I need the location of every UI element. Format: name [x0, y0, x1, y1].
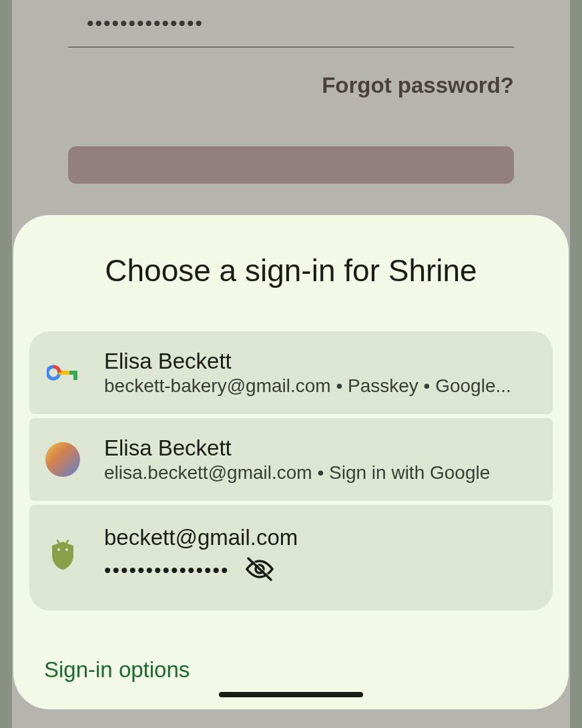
credential-item-password[interactable]: beckett@gmail.com •••••••••••••••	[29, 505, 553, 610]
svg-line-6	[66, 540, 68, 544]
credential-name: Elisa Beckett	[104, 349, 535, 374]
android-icon	[45, 538, 80, 572]
visibility-off-icon[interactable]	[244, 556, 275, 585]
avatar-icon	[45, 442, 80, 477]
credential-name: beckett@gmail.com	[104, 525, 535, 550]
signin-options-link[interactable]: Sign-in options	[44, 657, 190, 683]
credential-item-google[interactable]: Elisa Beckett elisa.beckett@gmail.com • …	[29, 418, 553, 501]
svg-rect-2	[69, 371, 73, 375]
password-row: •••••••••••••••	[104, 556, 535, 585]
svg-point-7	[57, 548, 60, 551]
nav-handle[interactable]	[219, 692, 363, 697]
credential-picker-sheet: Choose a sign-in for Shrine Elisa Becket…	[13, 215, 569, 709]
credential-detail: beckett-bakery@gmail.com • Passkey • Goo…	[104, 375, 535, 397]
sheet-title: Choose a sign-in for Shrine	[29, 252, 553, 289]
svg-point-8	[65, 548, 68, 551]
svg-line-5	[57, 540, 59, 544]
passkey-icon	[45, 355, 80, 390]
credential-text: Elisa Beckett beckett-bakery@gmail.com •…	[104, 349, 535, 397]
credential-detail: elisa.beckett@gmail.com • Sign in with G…	[104, 462, 535, 484]
password-mask: •••••••••••••••	[104, 559, 230, 582]
credential-text: Elisa Beckett elisa.beckett@gmail.com • …	[104, 435, 535, 484]
credential-text: beckett@gmail.com •••••••••••••••	[104, 525, 535, 585]
credential-name: Elisa Beckett	[104, 435, 535, 461]
credential-item-passkey[interactable]: Elisa Beckett beckett-bakery@gmail.com •…	[29, 331, 553, 414]
svg-rect-3	[73, 371, 77, 380]
credential-list: Elisa Beckett beckett-bakery@gmail.com •…	[29, 331, 553, 610]
